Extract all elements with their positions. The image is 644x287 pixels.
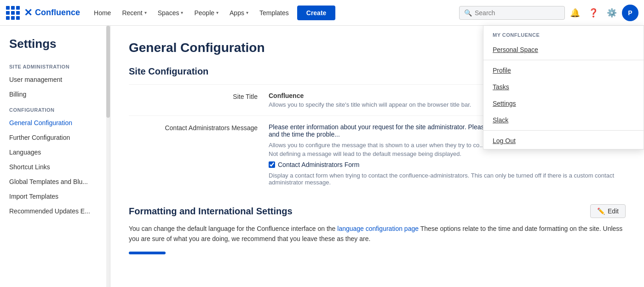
dropdown-item-profile[interactable]: Profile [483, 62, 644, 79]
dropdown-section-label: MY CONFLUENCE [483, 26, 644, 41]
profile-dropdown: MY CONFLUENCE Personal Space Profile Tas… [483, 26, 644, 149]
dropdown-item-tasks[interactable]: Tasks [483, 79, 644, 95]
dropdown-item-personal-space[interactable]: Personal Space [483, 41, 644, 58]
dropdown-divider [483, 60, 644, 60]
dropdown-item-logout[interactable]: Log Out [483, 132, 644, 149]
dropdown-divider-2 [483, 130, 644, 131]
dropdown-item-settings[interactable]: Settings [483, 95, 644, 112]
dropdown-item-slack[interactable]: Slack [483, 112, 644, 128]
